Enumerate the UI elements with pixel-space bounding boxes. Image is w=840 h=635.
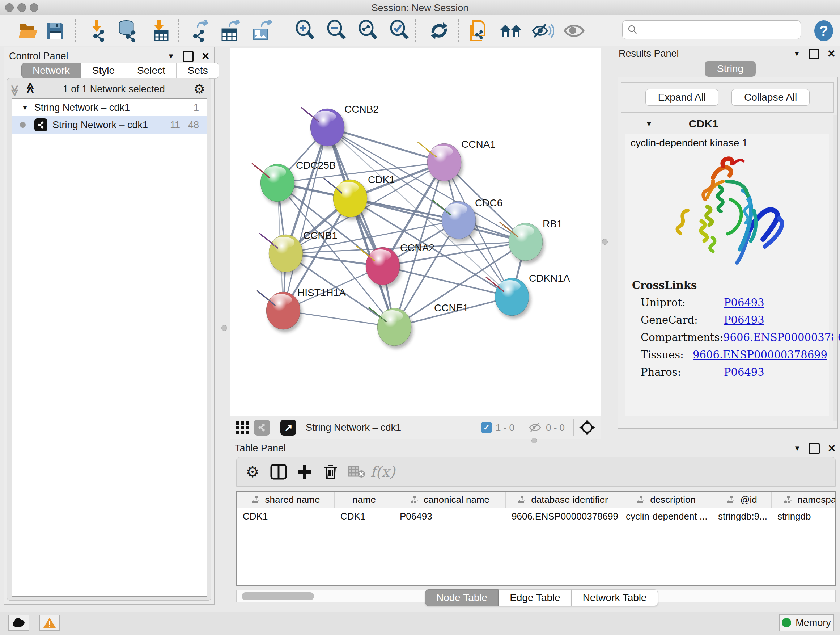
network-overview-icon[interactable] [254,420,270,435]
show-columns-icon[interactable] [268,462,289,482]
delete-column-icon[interactable] [321,462,341,482]
cloud-status-button[interactable] [8,615,29,631]
collapse-all-networks-icon[interactable]: ≫ [9,85,21,93]
network-collection-row[interactable]: ▼ String Network – cdk1 1 [12,99,207,116]
tab-string[interactable]: String [705,61,756,77]
zoom-selected-icon[interactable] [388,19,411,42]
open-session-icon[interactable] [17,19,40,42]
search-input[interactable] [638,24,791,36]
column-header-name[interactable]: name [335,492,394,508]
float-panel-icon[interactable] [809,443,820,454]
network-node-CCNE1[interactable] [368,307,413,348]
tab-network[interactable]: Network [21,63,81,79]
crosslink-link[interactable]: 9606.ENSP00000378699 [723,331,840,344]
crosslink-link[interactable]: 9606.ENSP00000378699 [693,348,827,361]
save-session-icon[interactable] [44,19,66,42]
column-header-database-identifier[interactable]: database identifier [506,492,620,508]
network-node-CDKN1A[interactable] [486,277,531,318]
delete-table-icon[interactable] [347,462,367,482]
network-row[interactable]: String Network – cdk1 11 48 [12,116,207,134]
import-network-from-database-icon[interactable] [117,19,139,42]
hidden-eye-icon[interactable] [529,422,542,433]
network-node-CCNA1[interactable] [418,142,463,184]
zoom-fit-icon[interactable] [357,19,379,42]
import-table-icon[interactable] [149,19,172,42]
panel-menu-icon[interactable]: ▼ [793,50,801,58]
network-node-HIST1H1A[interactable] [257,291,302,333]
splitter-handle[interactable] [602,239,608,245]
network-node-CCNB1[interactable] [260,233,305,275]
column-header-@id[interactable]: @id [712,492,772,508]
table-options-gear-icon[interactable]: ⚙ [242,462,263,482]
view-grid-icon[interactable] [236,421,249,434]
tab-edge-table[interactable]: Edge Table [499,589,572,606]
collection-expand-icon[interactable]: ▼ [21,103,28,112]
hide-glass-eye-icon[interactable] [531,19,554,42]
float-panel-icon[interactable] [808,49,819,59]
splitter-handle[interactable] [221,325,227,331]
results-scrollbar[interactable] [833,115,837,421]
string-import-documents-icon[interactable] [467,19,490,42]
warning-status-button[interactable] [39,615,60,631]
table-cell[interactable]: CDK1 [335,508,394,524]
column-header-canonical-name[interactable]: canonical name [394,492,506,508]
network-options-gear-icon[interactable]: ⚙ [194,81,205,97]
scrollbar-thumb[interactable] [242,592,314,600]
tab-network-table[interactable]: Network Table [572,589,658,606]
help-button[interactable]: ? [813,19,834,42]
refresh-icon[interactable] [428,19,450,42]
function-builder-icon[interactable]: f(x) [373,462,393,482]
table-row[interactable]: CDK1CDK1P064939606.ENSP00000378699cyclin… [237,508,835,524]
table-cell[interactable]: stringdb:9... [712,508,772,524]
tab-select[interactable]: Select [126,63,177,79]
homes-icon[interactable] [500,19,522,42]
selected-counts: 1 - 0 [496,422,515,433]
network-node-CCNA2[interactable] [357,246,401,288]
create-column-icon[interactable] [294,462,315,482]
close-panel-icon[interactable]: ✕ [828,442,836,454]
export-table-icon[interactable] [219,19,241,42]
float-panel-icon[interactable] [183,51,194,62]
search-box[interactable] [622,20,801,39]
zoom-out-icon[interactable] [325,19,347,42]
table-cell[interactable]: CDK1 [237,508,335,524]
gene-section-header[interactable]: ▼ CDK1 [622,115,834,133]
export-network-icon[interactable] [187,19,210,42]
selected-indicator-checkbox[interactable]: ✓ [481,422,492,433]
crosslink-row: Pharos:P06493 [641,366,827,378]
column-header-description[interactable]: description [620,492,712,508]
import-network-icon[interactable] [86,19,109,42]
expand-all-networks-icon[interactable]: ≫ [24,85,36,93]
tab-node-table[interactable]: Node Table [425,589,499,606]
tab-style[interactable]: Style [81,63,126,79]
table-cell[interactable]: 9606.ENSP00000378699 [506,508,620,524]
crosslink-link[interactable]: P06493 [724,296,764,309]
column-header-namespace[interactable]: namespace [772,492,836,508]
table-cell[interactable]: cyclin-dependent ... [620,508,712,524]
collapse-all-button[interactable]: Collapse All [731,89,810,106]
network-column-icon [726,496,736,504]
zoom-in-icon[interactable] [294,19,316,42]
memory-button[interactable]: Memory [779,614,834,631]
eye-icon[interactable] [563,19,585,42]
panel-menu-icon[interactable]: ▼ [167,52,175,60]
table-cell[interactable]: stringdb [772,508,836,524]
panel-menu-icon[interactable]: ▼ [794,444,801,453]
network-canvas[interactable]: CCNB2CCNA1CDC25BCDK1CDC6RB1CCNB1CCNA2CDK… [230,48,600,416]
expand-all-button[interactable]: Expand All [645,89,718,106]
gene-expand-icon[interactable]: ▼ [645,120,653,128]
close-panel-icon[interactable]: ✕ [202,50,210,62]
tab-sets[interactable]: Sets [177,63,219,79]
table-cell[interactable]: P06493 [394,508,506,524]
node-table[interactable]: shared namenamecanonical namedatabase id… [236,491,836,586]
fit-content-crosshair-icon[interactable] [579,419,595,436]
memory-status-dot [782,618,791,627]
table-column-headers: shared namenamecanonical namedatabase id… [237,492,835,508]
network-node-CCNB2[interactable] [302,108,346,149]
column-header-shared-name[interactable]: shared name [237,492,335,508]
detach-view-icon[interactable]: ↗ [280,420,296,435]
crosslink-link[interactable]: P06493 [724,314,764,326]
close-panel-icon[interactable]: ✕ [827,48,836,60]
crosslink-link[interactable]: P06493 [724,366,764,378]
export-image-icon[interactable] [250,19,273,42]
